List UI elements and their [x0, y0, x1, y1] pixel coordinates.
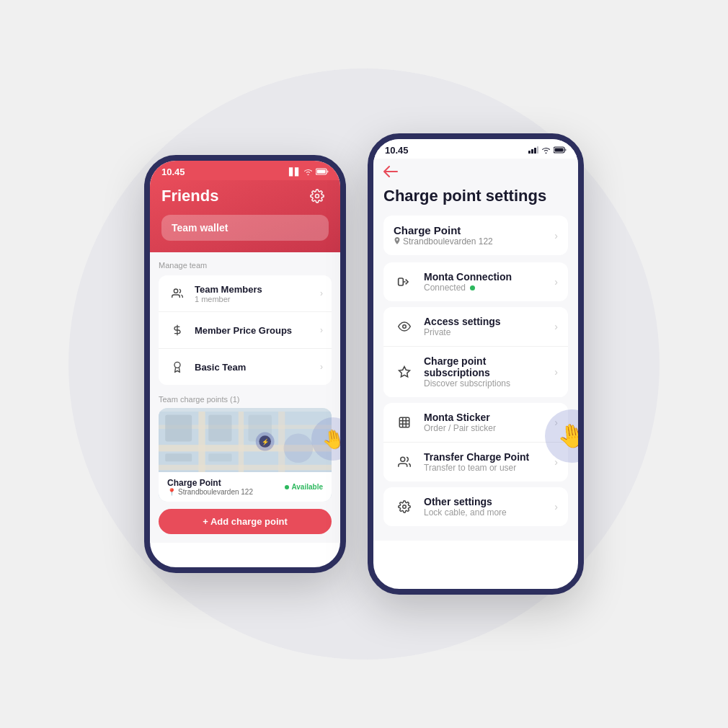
svg-rect-2: [327, 170, 329, 172]
monta-connection-title: Monta Connection: [424, 271, 554, 283]
transfer-subtitle: Transfer to team or user: [424, 463, 554, 473]
badge-1: 1: [342, 448, 346, 463]
svg-text:⚡: ⚡: [262, 438, 270, 446]
page-title: Charge point settings: [383, 187, 568, 205]
team-members-icon: [167, 283, 187, 303]
svg-rect-29: [399, 278, 404, 285]
transfer-text: Transfer Charge Point Transfer to team o…: [424, 451, 554, 473]
scene: 10.45 ▋▋ Friends: [0, 0, 728, 728]
menu-item-subscriptions[interactable]: Charge point subscriptions Discover subs…: [383, 347, 568, 397]
menu-item-other-settings[interactable]: Other settings Lock cable, and more ›: [383, 487, 568, 526]
subscriptions-subtitle: Discover subscriptions: [424, 378, 554, 389]
cp-top-card[interactable]: Charge Point Strandboulevarden 122 ›: [383, 216, 568, 255]
svg-point-34: [403, 505, 407, 509]
cp-top-address: Strandboulevarden 122: [394, 236, 493, 247]
connected-dot: [470, 285, 475, 290]
menu-item-team-members[interactable]: Team Members 1 member ›: [159, 275, 332, 312]
team-members-subtitle: 1 member: [195, 295, 320, 303]
menu-item-access-settings[interactable]: Access settings Private ›: [383, 307, 568, 347]
header-row: Friends: [161, 185, 329, 208]
phone-left: 10.45 ▋▋ Friends: [144, 155, 346, 573]
menu-item-monta-sticker[interactable]: Monta Sticker Order / Pair sticker ›: [383, 403, 568, 443]
chevron-access: ›: [554, 321, 558, 332]
right-menu-group-4: Other settings Lock cable, and more ›: [383, 487, 568, 526]
team-wallet-card[interactable]: Team wallet: [161, 215, 329, 241]
charge-point-card: Charge Point 📍 Strandboulevarden 122 Ava…: [159, 472, 332, 502]
location-icon: 📍: [167, 488, 176, 496]
monta-connection-icon: [394, 271, 415, 293]
monta-sticker-icon: [394, 412, 415, 433]
svg-point-3: [174, 289, 177, 293]
basic-team-title: Basic Team: [195, 362, 320, 373]
svg-marker-31: [399, 367, 410, 377]
team-members-text: Team Members 1 member: [195, 284, 320, 303]
svg-point-5: [174, 362, 180, 368]
status-bar-left: 10.45 ▋▋: [150, 161, 340, 180]
subscriptions-icon: [394, 361, 415, 383]
team-members-title: Team Members: [195, 284, 320, 295]
other-settings-title: Other settings: [424, 496, 554, 507]
chevron-icon-3: ›: [320, 362, 323, 372]
svg-point-21: [284, 433, 314, 463]
svg-rect-1: [317, 169, 326, 173]
subscriptions-title: Charge point subscriptions: [424, 355, 554, 378]
access-settings-title: Access settings: [424, 316, 554, 327]
team-charge-points-label: Team charge points (1): [159, 395, 332, 404]
svg-rect-17: [208, 453, 231, 461]
access-settings-subtitle: Private: [424, 327, 554, 337]
map-container[interactable]: ⚡ Charge Point 📍 Strandboulevarden 122: [159, 408, 332, 502]
add-charge-point-button[interactable]: + Add charge point: [159, 509, 332, 534]
time-left: 10.45: [161, 167, 185, 177]
manage-team-label: Manage team: [159, 261, 332, 270]
green-dot: [285, 485, 289, 489]
other-settings-subtitle: Lock cable, and more: [424, 507, 554, 518]
status-icons-left: ▋▋: [289, 168, 329, 177]
status-icons-right: [528, 146, 567, 156]
transfer-title: Transfer Charge Point: [424, 451, 554, 463]
cp-card-info: Charge Point 📍 Strandboulevarden 122: [167, 478, 253, 496]
signal-icon-right: [528, 146, 538, 156]
menu-item-price-groups[interactable]: Member Price Groups ›: [159, 312, 332, 349]
right-menu-group-3: Monta Sticker Order / Pair sticker › Tra…: [383, 403, 568, 481]
svg-rect-16: [165, 453, 192, 461]
subscriptions-text: Charge point subscriptions Discover subs…: [424, 355, 554, 389]
monta-connection-text: Monta Connection Connected: [424, 271, 554, 293]
other-settings-text: Other settings Lock cable, and more: [424, 496, 554, 518]
svg-rect-24: [534, 148, 536, 154]
svg-rect-14: [208, 415, 231, 442]
basic-team-icon: [167, 357, 187, 377]
right-menu-group-1: Monta Connection Connected ›: [383, 262, 568, 301]
chevron-cp-top: ›: [554, 230, 558, 241]
cursor-annotation-1: 🤚 1: [311, 417, 346, 461]
svg-rect-8: [159, 465, 332, 470]
cp-address: 📍 Strandboulevarden 122: [167, 488, 253, 496]
basic-team-text: Basic Team: [195, 362, 320, 373]
gear-button[interactable]: [306, 185, 329, 208]
svg-rect-27: [555, 148, 564, 151]
chevron-icon-2: ›: [320, 325, 323, 335]
status-bar-right: 10.45: [373, 139, 578, 159]
cp-name: Charge Point: [167, 478, 253, 488]
transfer-icon: [394, 451, 415, 473]
hand-icon-2: 🤚: [555, 420, 584, 452]
left-header: Friends Team wallet: [150, 180, 340, 252]
wifi-icon-left: [303, 168, 313, 177]
cursor-annotation-2: 🤚 2: [545, 409, 584, 463]
menu-item-basic-team[interactable]: Basic Team ›: [159, 349, 332, 385]
available-badge: Available: [285, 483, 323, 491]
phones-container: 10.45 ▋▋ Friends: [144, 133, 584, 595]
menu-item-transfer[interactable]: Transfer Charge Point Transfer to team o…: [383, 443, 568, 481]
back-button[interactable]: [383, 166, 398, 181]
chevron-subs: ›: [554, 366, 558, 378]
cp-top-name: Charge Point: [394, 224, 493, 236]
menu-item-monta-connection[interactable]: Monta Connection Connected ›: [383, 262, 568, 301]
other-settings-icon: [394, 496, 415, 518]
right-body: Charge point settings Charge Point Stran…: [373, 159, 578, 541]
price-groups-icon: [167, 320, 187, 340]
svg-point-30: [403, 325, 407, 329]
monta-sticker-text: Monta Sticker Order / Pair sticker: [424, 412, 554, 433]
monta-connection-subtitle: Connected: [424, 283, 554, 293]
wifi-icon-right: [541, 146, 551, 156]
svg-rect-32: [399, 418, 409, 428]
battery-icon-right: [554, 146, 567, 156]
